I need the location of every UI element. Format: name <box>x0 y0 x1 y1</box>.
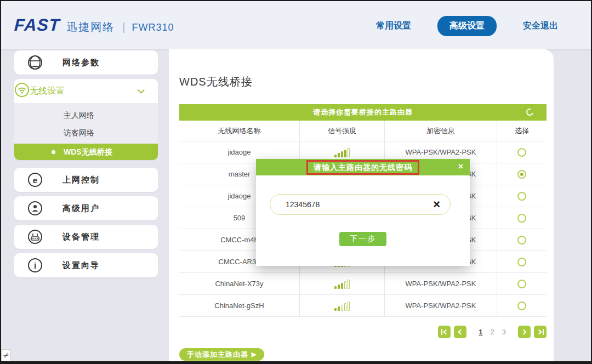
table-banner: 请选择你需要桥接的主路由器 <box>179 104 547 121</box>
col-signal: 信号强度 <box>300 121 385 141</box>
sidebar-item-advanced-users[interactable]: 高级用户 <box>14 196 158 220</box>
close-icon[interactable]: × <box>458 161 463 172</box>
signal-strength-icon <box>334 279 350 289</box>
password-input[interactable] <box>270 200 433 209</box>
sidebar-group-wireless: 无线设置 主人网络 访客网络 WDS无线桥接 <box>14 79 158 160</box>
select-radio[interactable] <box>517 280 526 288</box>
first-page-button[interactable] <box>438 326 451 338</box>
company-name: 迅捷网络 <box>66 20 115 35</box>
page-number[interactable]: 1 <box>476 328 485 336</box>
pagination: 1 2 3 <box>438 326 547 338</box>
wireless-submenu: 主人网络 访客网络 WDS无线桥接 <box>14 103 158 160</box>
password-dialog-title: 请输入主路由器的无线密码 <box>314 163 412 172</box>
refresh-icon[interactable] <box>525 107 535 117</box>
network-name: ChinaNet-gSzH <box>179 295 300 316</box>
sidebar-item-label: 网络参数 <box>62 58 100 68</box>
last-page-button[interactable] <box>534 326 547 338</box>
sidebar: 网络参数 无线设置 主人网络 访客网络 WDS无线桥接 e 上网控制 <box>14 50 158 282</box>
signal-strength-icon <box>334 147 350 157</box>
router-model: FWR310 <box>132 22 174 33</box>
annotation-red-box: 请输入主路由器的无线密码 <box>306 160 419 175</box>
table-row: ChinaNet-X73y WPA-PSK/WPA2-PSK <box>179 273 547 295</box>
submenu-item-guest-network[interactable]: 访客网络 <box>14 124 158 141</box>
top-header: FAST 迅捷网络 | FWR310 常用设置 高级设置 安全退出 <box>1 1 591 49</box>
sidebar-item-label: 上网控制 <box>62 175 100 185</box>
nav-advanced-settings[interactable]: 高级设置 <box>437 16 497 36</box>
select-radio[interactable] <box>517 258 526 266</box>
clear-input-icon[interactable]: × <box>433 199 440 210</box>
select-radio[interactable] <box>517 148 526 157</box>
prev-page-button[interactable] <box>454 326 466 338</box>
router-icon <box>27 229 43 244</box>
router-admin-page: FAST 迅捷网络 | FWR310 常用设置 高级设置 安全退出 网络参数 无… <box>0 0 592 364</box>
submenu-item-main-network[interactable]: 主人网络 <box>14 106 158 124</box>
top-nav: 常用设置 高级设置 安全退出 <box>376 16 558 36</box>
active-bullet-icon <box>52 150 55 154</box>
encryption-info: WPA-PSK/WPA2-PSK <box>385 273 497 294</box>
select-radio[interactable] <box>517 302 526 310</box>
add-router-manually-button[interactable]: 手动添加主路由器 ▶ <box>179 348 264 361</box>
sidebar-item-parental-control[interactable]: e 上网控制 <box>14 168 158 192</box>
encryption-info: WPA-PSK/WPA2-PSK <box>385 295 497 316</box>
page-number[interactable]: 2 <box>488 328 497 336</box>
nav-logout[interactable]: 安全退出 <box>523 20 558 32</box>
submenu-item-label: WDS无线桥接 <box>64 147 112 156</box>
signal-strength-icon <box>334 301 350 311</box>
busy-cursor-icon: ✂ <box>1 349 11 361</box>
select-radio[interactable] <box>517 236 526 244</box>
page-title: WDS无线桥接 <box>179 75 253 89</box>
col-select: 选择 <box>497 121 547 141</box>
play-arrow-icon: ▶ <box>252 351 257 358</box>
table-column-headers: 无线网络名称 信号强度 加密信息 选择 <box>179 121 547 141</box>
select-radio[interactable] <box>517 214 526 223</box>
table-banner-text: 请选择你需要桥接的主路由器 <box>313 108 413 116</box>
col-encryption: 加密信息 <box>385 121 497 141</box>
chevron-down-icon <box>138 87 145 94</box>
brand-divider: | <box>122 21 125 33</box>
sidebar-item-label: 无线设置 <box>30 86 65 97</box>
password-field-wrap: × <box>270 194 451 215</box>
submenu-item-wds-bridge[interactable]: WDS无线桥接 <box>14 144 158 160</box>
table-row: ChinaNet-gSzH WPA-PSK/WPA2-PSK <box>179 295 547 317</box>
wifi-icon <box>14 82 30 100</box>
password-dialog-body: × 下一步 <box>256 175 470 266</box>
sidebar-item-label: 高级用户 <box>62 203 100 214</box>
sidebar-item-setup-wizard[interactable]: i 设置向导 <box>14 253 158 277</box>
fast-logo: FAST <box>14 15 60 35</box>
nav-common-settings[interactable]: 常用设置 <box>376 20 411 32</box>
sidebar-item-label: 设备管理 <box>62 232 100 242</box>
e-circle-icon: e <box>27 172 43 187</box>
network-name: ChinaNet-X73y <box>179 273 300 294</box>
sidebar-item-device-management[interactable]: 设备管理 <box>14 225 158 249</box>
sidebar-item-label: 设置向导 <box>62 260 100 271</box>
globe-icon <box>27 55 43 70</box>
password-dialog: 请输入主路由器的无线密码 × × 下一步 <box>256 159 470 266</box>
next-step-button[interactable]: 下一步 <box>339 232 386 246</box>
select-radio[interactable] <box>517 192 526 201</box>
brand: FAST 迅捷网络 | FWR310 <box>14 15 174 35</box>
select-radio[interactable] <box>517 170 526 179</box>
next-page-button[interactable] <box>518 326 531 338</box>
col-network-name: 无线网络名称 <box>179 121 300 141</box>
sidebar-item-wireless-settings[interactable]: 无线设置 <box>14 79 158 103</box>
add-router-label: 手动添加主路由器 <box>187 350 248 360</box>
page-number[interactable]: 3 <box>500 328 508 336</box>
info-icon: i <box>27 258 43 273</box>
user-icon <box>27 201 43 216</box>
password-dialog-header: 请输入主路由器的无线密码 × <box>256 159 470 175</box>
sidebar-item-network-params[interactable]: 网络参数 <box>14 50 158 75</box>
